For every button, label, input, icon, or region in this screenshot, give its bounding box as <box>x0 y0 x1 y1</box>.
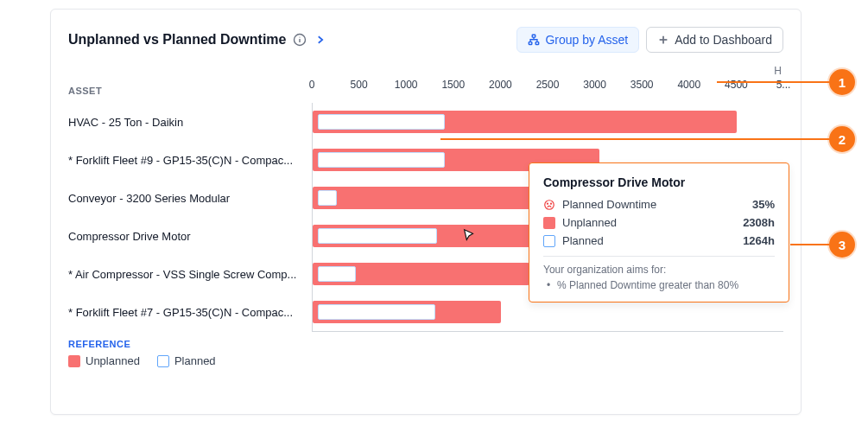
swatch-white-icon <box>157 355 169 367</box>
hierarchy-icon <box>528 34 540 46</box>
y-column: ASSET HVAC - 25 Ton - Daikin* Forklift F… <box>68 79 312 332</box>
header-actions: Group by Asset Add to Dashboard <box>516 27 783 53</box>
legend-item-unplanned: Unplanned <box>68 354 140 367</box>
asset-label: HVAC - 25 Ton - Daikin <box>68 116 192 129</box>
tooltip-divider <box>543 256 775 257</box>
bar-planned <box>318 228 437 244</box>
callout-2-num: 2 <box>829 126 855 152</box>
x-tick: 3500 <box>630 79 654 91</box>
tooltip-planned-label: Planned <box>562 234 604 247</box>
x-tick: 1500 <box>441 79 465 91</box>
legend-title: REFERENCE <box>68 339 783 349</box>
tooltip-pct-value: 35% <box>752 198 775 211</box>
bar-unplanned <box>313 301 501 323</box>
svg-rect-4 <box>529 42 533 45</box>
sad-face-icon <box>543 199 555 211</box>
callout-3: 3 <box>829 232 855 258</box>
title-group: Unplanned vs Planned Downtime <box>68 32 327 48</box>
x-tick: 1000 <box>395 79 418 91</box>
svg-point-8 <box>545 200 554 209</box>
bar-row[interactable] <box>313 103 783 141</box>
x-tick: 4000 <box>677 79 700 91</box>
tooltip-pct-label: Planned Downtime <box>562 198 656 211</box>
callout-2: 2 <box>829 126 855 152</box>
info-icon[interactable] <box>293 33 307 47</box>
bar-planned <box>318 266 356 282</box>
tooltip-org-label: Your organization aims for: <box>543 264 775 276</box>
svg-point-2 <box>300 36 301 37</box>
asset-label: Compressor Drive Motor <box>68 230 200 243</box>
asset-label: * Forklift Fleet #7 - GP15-35(C)N - Comp… <box>68 306 301 319</box>
svg-point-10 <box>550 203 551 204</box>
asset-label: * Air Compressor - VSS Single Screw Comp… <box>68 268 305 281</box>
asset-label: Conveyor - 3200 Series Modular <box>68 192 238 205</box>
tooltip: Compressor Drive Motor Planned Downtime … <box>529 162 789 302</box>
tooltip-pct-row: Planned Downtime 35% <box>543 198 775 211</box>
legend: REFERENCE Unplanned Planned <box>68 339 783 367</box>
legend-planned-label: Planned <box>174 354 216 367</box>
x-tick: 0 <box>309 79 315 91</box>
tooltip-planned-row: Planned 1264h <box>543 234 775 247</box>
svg-rect-5 <box>536 42 540 45</box>
callout-1: 1 <box>829 69 855 95</box>
tooltip-unplanned-row: Unplanned 2308h <box>543 216 775 229</box>
tooltip-unplanned-value: 2308h <box>743 216 775 229</box>
bar-unplanned <box>313 263 529 285</box>
tooltip-planned-value: 1264h <box>743 234 775 247</box>
callout-1-num: 1 <box>829 69 855 95</box>
bar-planned <box>318 190 337 206</box>
swatch-white-icon <box>543 235 555 247</box>
x-axis: 0500100015002000250030003500400045005... <box>312 79 783 103</box>
asset-label: * Forklift Fleet #9 - GP15-35(C)N - Comp… <box>68 154 301 167</box>
header: Unplanned vs Planned Downtime Group by A… <box>68 27 783 53</box>
tooltip-title: Compressor Drive Motor <box>543 175 775 189</box>
x-tick: 2500 <box>536 79 560 91</box>
tooltip-org-goal: % Planned Downtime greater than 80% <box>543 279 775 291</box>
bar-planned <box>318 152 445 168</box>
add-to-dashboard-button[interactable]: Add to Dashboard <box>646 27 783 53</box>
chevron-right-icon[interactable] <box>314 33 327 47</box>
swatch-red-icon <box>68 355 80 367</box>
bar-unplanned <box>313 111 737 133</box>
axis-unit: H <box>68 65 783 77</box>
legend-item-planned: Planned <box>157 354 216 367</box>
x-tick: 2000 <box>489 79 512 91</box>
add-button-label: Add to Dashboard <box>675 33 772 47</box>
y-axis-label: ASSET <box>68 79 312 103</box>
swatch-red-icon <box>543 217 555 229</box>
svg-point-9 <box>547 203 548 204</box>
bar-unplanned <box>313 225 530 247</box>
bar-planned <box>318 304 435 320</box>
group-by-asset-button[interactable]: Group by Asset <box>516 27 639 53</box>
x-tick: 3000 <box>583 79 606 91</box>
callout-3-num: 3 <box>829 232 855 258</box>
group-button-label: Group by Asset <box>545 33 628 47</box>
bar-planned <box>318 114 445 130</box>
cursor-icon <box>461 227 477 243</box>
bar-unplanned <box>313 187 534 209</box>
legend-unplanned-label: Unplanned <box>86 354 140 367</box>
svg-rect-3 <box>533 35 536 37</box>
plus-icon <box>657 34 669 46</box>
chart-title: Unplanned vs Planned Downtime <box>68 32 286 48</box>
x-tick: 500 <box>351 79 368 91</box>
tooltip-unplanned-label: Unplanned <box>562 216 617 229</box>
